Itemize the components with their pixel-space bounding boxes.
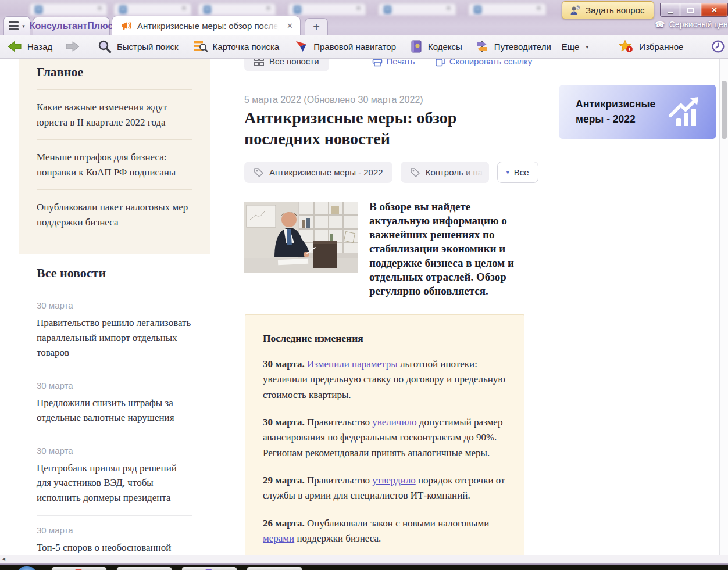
print-button[interactable]: Печать	[372, 59, 415, 67]
close-icon: ✕	[356, 5, 361, 12]
guides-signpost-icon	[475, 40, 489, 53]
change-entry-link[interactable]: мерами	[263, 533, 294, 544]
news-item-date: 30 марта	[37, 381, 192, 390]
all-news-button[interactable]: Все новости	[244, 59, 329, 71]
guides-label: Путеводители	[494, 42, 551, 52]
banner-line1: Антикризисные	[576, 97, 655, 112]
journal-clock-icon	[711, 40, 725, 53]
document-icon	[384, 6, 391, 13]
article-photo	[244, 202, 358, 273]
forward-arrow-icon	[65, 40, 80, 53]
anticrisis-banner[interactable]: Антикризисные меры - 2022	[559, 85, 716, 139]
print-label: Печать	[387, 59, 415, 66]
background-browser-tab: ✕	[198, 3, 276, 15]
tab-active[interactable]: Антикризисные меры: обзор последних н ✕	[112, 16, 301, 35]
guides-button[interactable]: Путеводители	[475, 40, 551, 53]
search-card-button[interactable]: Карточка поиска	[194, 40, 280, 53]
plus-icon: +	[313, 20, 320, 34]
maximize-icon	[687, 8, 694, 13]
favorites-star-icon	[619, 40, 634, 53]
tag-control[interactable]: Контроль и над	[401, 162, 489, 183]
back-label: Назад	[27, 42, 52, 52]
printer-icon	[372, 59, 383, 67]
forward-button[interactable]	[65, 40, 80, 53]
taskbar-button[interactable]	[51, 567, 107, 570]
change-entry: 26 марта. Опубликовали закон с новыми на…	[263, 516, 506, 547]
tab-close-icon[interactable]: ✕	[287, 21, 293, 30]
news-item-title[interactable]: Топ-5 споров о необоснованной	[37, 540, 192, 555]
change-entry-link[interactable]: утвердило	[372, 475, 415, 486]
news-list-item[interactable]: 30 мартаЦентробанк принял ряд решений дл…	[37, 436, 192, 516]
news-list-item[interactable]: 30 мартаПредложили снизить штрафы за отд…	[37, 371, 192, 436]
favorites-button[interactable]: Избранное	[619, 40, 683, 53]
consultant-plus-window: ✕✕✕✕✕✕ ? Задать вопрос ✕ ☎ Сервисный цен…	[0, 0, 728, 570]
news-item-title[interactable]: Правительство решило легализовать паралл…	[37, 316, 192, 360]
quick-search-button[interactable]: Быстрый поиск	[98, 40, 179, 53]
service-center-link[interactable]: ☎ Сервисный цент	[655, 20, 728, 29]
tag-anticrisis-2022[interactable]: Антикризисные меры - 2022	[244, 162, 392, 183]
tags-all-button[interactable]: ▾ Все	[497, 162, 538, 183]
windows-taskbar	[0, 565, 728, 570]
latest-changes-box: Последние изменения 30 марта. Изменили п…	[245, 314, 524, 555]
background-browser-tab: ✕	[288, 3, 366, 15]
copy-link-label: Скопировать ссылку	[449, 59, 533, 66]
all-news-label: Все новости	[269, 59, 319, 66]
minimize-icon	[668, 12, 673, 13]
background-browser-tab: ✕	[468, 3, 547, 15]
change-entry-link[interactable]: Изменили параметры	[307, 359, 398, 370]
search-card-icon	[194, 40, 208, 53]
vertical-scrollbar-thumb[interactable]	[722, 81, 727, 139]
horizontal-scrollbar[interactable]: ◂	[0, 555, 728, 563]
ask-question-button[interactable]: ? Задать вопрос	[562, 1, 654, 19]
taskbar-button[interactable]	[247, 567, 302, 570]
close-button[interactable]: ✕	[701, 3, 728, 17]
back-button[interactable]: Назад	[7, 40, 52, 53]
changes-title: Последние изменения	[263, 332, 506, 345]
more-label: Еще	[562, 42, 580, 52]
background-browser-tab: ✕	[29, 3, 108, 15]
minimize-button[interactable]	[660, 3, 680, 17]
main-menu-button[interactable]: ▾	[3, 16, 30, 35]
copy-link-button[interactable]: Скопировать ссылку	[435, 59, 533, 67]
legal-navigator-button[interactable]: Правовой навигатор	[294, 40, 396, 53]
change-entry: 30 марта. Правительство увеличило допуст…	[263, 415, 506, 461]
maximize-button[interactable]	[680, 3, 701, 17]
news-list-item[interactable]: 30 мартаПравительство решило легализоват…	[37, 291, 192, 371]
document-icon	[294, 6, 301, 13]
journal-button[interactable]: Журнал	[711, 40, 728, 53]
news-list-item[interactable]: 30 мартаТоп-5 споров о необоснованной	[37, 515, 192, 555]
more-button[interactable]: Еще ▾	[562, 42, 589, 52]
window-controls: ✕	[660, 3, 728, 17]
news-item-title[interactable]: Центробанк принял ряд решений для участн…	[37, 461, 192, 506]
article-intro-text: В обзоре вы найдете актуальную информаци…	[369, 200, 514, 297]
sidebar-main-title: Главное	[37, 64, 192, 80]
taskbar-button[interactable]	[116, 567, 172, 570]
service-center-label: Сервисный цент	[669, 20, 728, 29]
codes-button[interactable]: Кодексы	[410, 40, 462, 53]
scroll-left-icon[interactable]: ◂	[2, 555, 5, 562]
favorites-label: Избранное	[639, 42, 683, 52]
phone-icon: ☎	[655, 20, 665, 29]
change-entry: 29 марта. Правительство утвердило порядо…	[263, 473, 506, 504]
sidebar-main-link[interactable]: Меньше штрафов для бизнеса: поправки к К…	[37, 139, 192, 189]
tags-row: Антикризисные меры - 2022 Контроль и над…	[244, 162, 538, 183]
caret-down-icon: ▾	[586, 44, 588, 50]
toolbar: Назад Быстрый поиск Карточка поиска	[0, 35, 728, 59]
change-entry-link[interactable]: увеличило	[372, 417, 416, 428]
tag-icon	[254, 167, 264, 178]
sidebar-main-link[interactable]: Опубликовали пакет налоговых мер поддерж…	[37, 189, 192, 239]
vertical-scrollbar[interactable]	[719, 59, 728, 555]
sidebar-main-link[interactable]: Какие важные изменения ждут юриста в II …	[37, 89, 192, 139]
new-tab-button[interactable]: +	[305, 18, 328, 35]
caret-down-icon: ▾	[506, 169, 509, 175]
taskbar-button[interactable]	[181, 567, 237, 570]
close-icon: ✕	[97, 5, 102, 12]
close-icon: ✕	[711, 6, 718, 15]
start-button[interactable]	[16, 566, 37, 570]
codes-book-icon	[410, 40, 423, 53]
legal-navigator-icon	[294, 40, 308, 53]
tab-home[interactable]: КонсультантПлюс	[33, 17, 110, 35]
ask-question-icon: ?	[569, 5, 581, 16]
tags-all-label: Все	[514, 167, 529, 177]
news-item-title[interactable]: Предложили снизить штрафы за отдельные в…	[37, 396, 192, 425]
